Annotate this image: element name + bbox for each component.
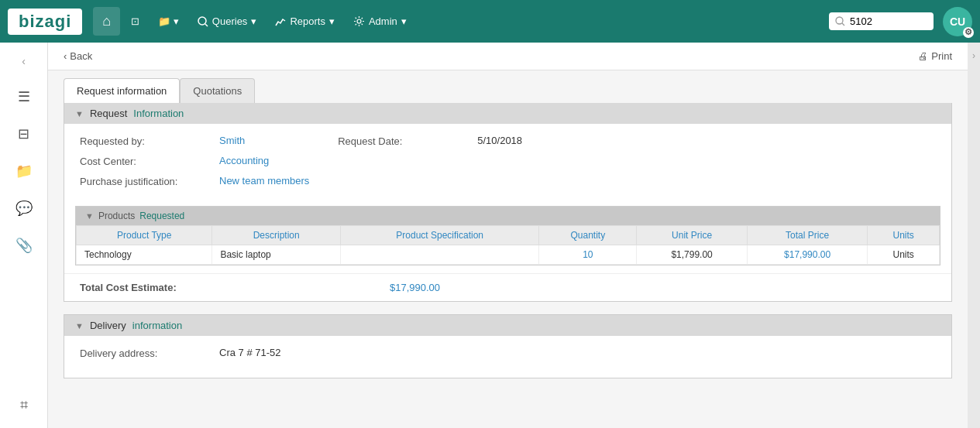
svg-line-1 bbox=[205, 24, 208, 26]
avatar-gear-icon: ⚙ bbox=[963, 27, 974, 38]
delivery-section-header: ▼ Delivery information bbox=[64, 315, 951, 336]
delivery-address-value: Cra 7 # 71-52 bbox=[219, 347, 281, 358]
col-units: Units bbox=[868, 226, 940, 245]
content-area: ‹ Back 🖨 Print Request information Quota… bbox=[48, 43, 968, 428]
purchase-justification-value: New team members bbox=[219, 175, 309, 187]
print-button[interactable]: 🖨 Print bbox=[918, 50, 952, 62]
col-quantity: Quantity bbox=[539, 226, 637, 245]
field-row-requested-date: Requested by: Smith Request Date: 5/10/2… bbox=[80, 135, 936, 155]
table-header-row: Product Type Description Product Specifi… bbox=[77, 226, 940, 245]
cell-unit-price: $1,799.00 bbox=[637, 245, 748, 265]
search-icon bbox=[835, 16, 845, 26]
col-total-price: Total Price bbox=[747, 226, 867, 245]
requested-by-label: Requested by: bbox=[80, 135, 204, 147]
col-product-type: Product Type bbox=[77, 226, 212, 245]
right-collapse-handle[interactable]: › bbox=[968, 43, 980, 428]
search-box bbox=[829, 12, 934, 30]
sidebar-item-list[interactable]: ☰ bbox=[9, 81, 40, 112]
queries-button[interactable]: Queries ▾ bbox=[190, 11, 265, 32]
top-navigation: bizagi ⌂ ⊡ 📁 ▾ Queries ▾ Reports ▾ Admin… bbox=[0, 0, 980, 43]
delivery-collapse-icon[interactable]: ▼ bbox=[75, 321, 84, 330]
cell-description: Basic laptop bbox=[212, 245, 341, 265]
products-section-title: Requested bbox=[139, 211, 184, 221]
cell-total-price: $17,990.00 bbox=[747, 245, 867, 265]
logo: bizagi bbox=[8, 9, 82, 35]
svg-line-4 bbox=[842, 23, 844, 26]
products-section-header: ▼ Products Requested bbox=[76, 207, 940, 225]
request-date-value: 5/10/2018 bbox=[477, 135, 522, 146]
reports-nav-icon bbox=[275, 16, 286, 27]
sidebar-item-grid[interactable]: ⊟ bbox=[9, 118, 40, 149]
requested-by-value: Smith bbox=[219, 135, 245, 146]
products-collapse-icon[interactable]: ▼ bbox=[85, 211, 94, 221]
col-unit-price: Unit Price bbox=[637, 226, 748, 245]
search-nav-icon bbox=[198, 16, 208, 27]
svg-point-3 bbox=[836, 17, 843, 24]
svg-point-2 bbox=[357, 19, 361, 23]
request-date-label: Request Date: bbox=[338, 135, 462, 147]
cost-center-label: Cost Center: bbox=[80, 155, 204, 167]
svg-point-0 bbox=[198, 17, 206, 25]
request-info-section-header: ▼ Request Information bbox=[64, 103, 951, 124]
tab-request-information[interactable]: Request information bbox=[64, 78, 180, 103]
purchase-justification-field: Purchase justification: New team members bbox=[80, 175, 936, 187]
main-area: ‹ ☰ ⊟ 📁 💬 📎 ⌗ ‹ Back 🖨 Print Request inf… bbox=[0, 43, 980, 428]
cost-center-field: Cost Center: Accounting bbox=[80, 155, 936, 167]
total-cost-row: Total Cost Estimate: $17,990.00 bbox=[64, 273, 951, 301]
cell-units: Units bbox=[868, 245, 940, 265]
form-area: ▼ Request Information Requested by: Smit… bbox=[64, 103, 952, 302]
home-button[interactable]: ⌂ bbox=[93, 7, 120, 36]
sidebar-item-workflow[interactable]: ⌗ bbox=[9, 389, 40, 420]
request-info-fields: Requested by: Smith Request Date: 5/10/2… bbox=[64, 124, 951, 206]
delivery-address-field: Delivery address: Cra 7 # 71-52 bbox=[80, 347, 936, 359]
back-button[interactable]: ‹ Back bbox=[64, 50, 92, 62]
products-section: ▼ Products Requested Product Type Descri… bbox=[75, 206, 940, 265]
sidebar-toggle[interactable]: ‹ bbox=[13, 50, 35, 72]
cost-center-value: Accounting bbox=[219, 155, 269, 166]
sidebar-item-folder[interactable]: 📁 bbox=[9, 156, 40, 187]
sidebar-item-attachment[interactable]: 📎 bbox=[9, 230, 40, 261]
tabs-bar: Request information Quotations bbox=[48, 70, 968, 103]
cell-product-type: Technology bbox=[77, 245, 212, 265]
col-product-specification: Product Specification bbox=[340, 226, 538, 245]
table-row: Technology Basic laptop 10 $1,799.00 $17… bbox=[77, 245, 940, 265]
back-label: Back bbox=[70, 50, 92, 62]
total-cost-label: Total Cost Estimate: bbox=[80, 282, 204, 293]
case-button[interactable]: 📁 ▾ bbox=[150, 11, 187, 32]
tab-quotations[interactable]: Quotations bbox=[180, 78, 255, 103]
sidebar: ‹ ☰ ⊟ 📁 💬 📎 ⌗ bbox=[0, 43, 48, 428]
request-date-field: Request Date: 5/10/2018 bbox=[338, 135, 522, 147]
delivery-section-title: information bbox=[132, 320, 182, 331]
total-cost-value: $17,990.00 bbox=[390, 282, 440, 293]
search-input[interactable] bbox=[850, 15, 927, 27]
cell-specification bbox=[340, 245, 538, 265]
avatar-initials: CU bbox=[950, 15, 965, 28]
back-chevron-icon: ‹ bbox=[64, 50, 67, 62]
products-table: Product Type Description Product Specifi… bbox=[76, 225, 940, 265]
gear-nav-icon bbox=[353, 15, 365, 27]
admin-button[interactable]: Admin ▾ bbox=[346, 11, 414, 32]
section-title: Information bbox=[133, 108, 184, 119]
cell-quantity: 10 bbox=[539, 245, 637, 265]
delivery-fields: Delivery address: Cra 7 # 71-52 bbox=[64, 336, 951, 378]
print-icon: 🖨 bbox=[918, 50, 928, 62]
inbox-button[interactable]: ⊡ bbox=[123, 11, 147, 32]
purchase-justification-label: Purchase justification: bbox=[80, 175, 204, 187]
col-description: Description bbox=[212, 226, 341, 245]
content-header: ‹ Back 🖨 Print bbox=[48, 43, 968, 70]
delivery-address-label: Delivery address: bbox=[80, 347, 204, 359]
delivery-section: ▼ Delivery information Delivery address:… bbox=[64, 314, 952, 378]
requested-by-field: Requested by: Smith bbox=[80, 135, 245, 147]
avatar[interactable]: CU ⚙ bbox=[943, 7, 972, 36]
sidebar-item-chat[interactable]: 💬 bbox=[9, 193, 40, 224]
print-label: Print bbox=[931, 50, 952, 62]
section-collapse-icon[interactable]: ▼ bbox=[75, 109, 84, 118]
reports-button[interactable]: Reports ▾ bbox=[267, 11, 342, 32]
